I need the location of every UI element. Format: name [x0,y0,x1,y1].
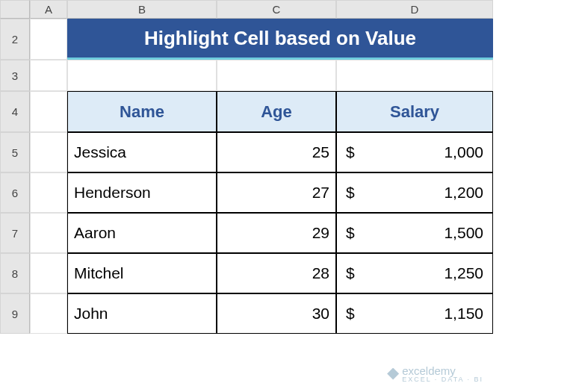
cell-a8[interactable] [30,253,67,293]
cell-age-1[interactable]: 27 [217,172,336,213]
select-all-corner[interactable] [0,0,30,19]
currency-symbol: $ [346,224,355,242]
cell-age-2[interactable]: 29 [217,213,336,253]
col-header-c[interactable]: C [217,0,336,19]
salary-value: 1,250 [444,264,483,282]
salary-value: 1,150 [444,305,483,323]
cell-d3[interactable] [336,60,493,91]
col-header-b[interactable]: B [67,0,217,19]
row-header-4[interactable]: 4 [0,91,30,132]
col-header-a[interactable]: A [30,0,67,19]
salary-value: 1,000 [444,143,483,161]
row-header-7[interactable]: 7 [0,213,30,253]
row-header-5[interactable]: 5 [0,132,30,172]
salary-value: 1,500 [444,224,483,242]
cell-name-0[interactable]: Jessica [67,132,217,172]
spreadsheet-grid: A B C D 2 Highlight Cell based on Value … [0,0,573,334]
watermark: exceldemy EXCEL · DATA · BI [387,364,483,383]
currency-symbol: $ [346,143,355,161]
cell-name-3[interactable]: Mitchel [67,253,217,293]
cell-age-4[interactable]: 30 [217,293,336,334]
cell-a5[interactable] [30,132,67,172]
cell-b3[interactable] [67,60,217,91]
cell-salary-0[interactable]: $ 1,000 [336,132,493,172]
currency-symbol: $ [346,264,355,282]
cell-a7[interactable] [30,213,67,253]
cell-a6[interactable] [30,172,67,213]
table-header-age[interactable]: Age [217,91,336,132]
salary-value: 1,200 [444,184,483,202]
col-header-d[interactable]: D [336,0,493,19]
watermark-icon [387,368,399,380]
table-header-name[interactable]: Name [67,91,217,132]
row-header-8[interactable]: 8 [0,253,30,293]
row-header-3[interactable]: 3 [0,60,30,91]
currency-symbol: $ [346,184,355,202]
cell-c3[interactable] [217,60,336,91]
watermark-tagline: EXCEL · DATA · BI [402,376,483,383]
cell-name-4[interactable]: John [67,293,217,334]
table-header-salary[interactable]: Salary [336,91,493,132]
watermark-text: exceldemy EXCEL · DATA · BI [402,364,483,383]
cell-name-2[interactable]: Aaron [67,213,217,253]
cell-a4[interactable] [30,91,67,132]
cell-salary-1[interactable]: $ 1,200 [336,172,493,213]
cell-name-1[interactable]: Henderson [67,172,217,213]
cell-a9[interactable] [30,293,67,334]
row-header-9[interactable]: 9 [0,293,30,334]
cell-a2[interactable] [30,19,67,60]
cell-a3[interactable] [30,60,67,91]
row-header-2[interactable]: 2 [0,19,30,60]
row-header-6[interactable]: 6 [0,172,30,213]
cell-salary-2[interactable]: $ 1,500 [336,213,493,253]
cell-age-3[interactable]: 28 [217,253,336,293]
currency-symbol: $ [346,305,355,323]
cell-salary-4[interactable]: $ 1,150 [336,293,493,334]
title-banner[interactable]: Highlight Cell based on Value [67,19,493,60]
cell-salary-3[interactable]: $ 1,250 [336,253,493,293]
cell-age-0[interactable]: 25 [217,132,336,172]
